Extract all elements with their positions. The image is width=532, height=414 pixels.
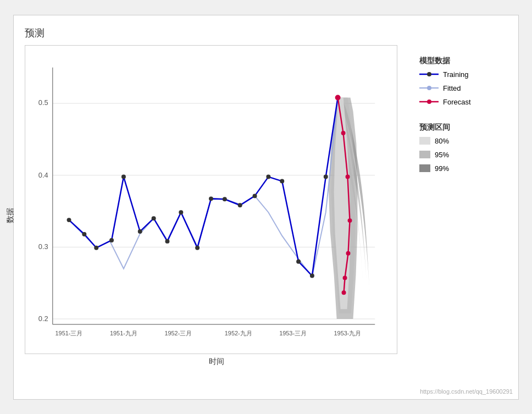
svg-point-31 — [238, 203, 242, 207]
legend-area: 模型数据 Training Fitted — [419, 45, 507, 386]
svg-point-29 — [209, 196, 213, 201]
svg-text:1952-九月: 1952-九月 — [225, 329, 252, 336]
svg-point-49 — [427, 86, 431, 90]
svg-text:1951-三月: 1951-三月 — [56, 329, 83, 336]
svg-point-51 — [427, 100, 431, 104]
svg-point-40 — [341, 131, 346, 135]
legend-forecast: Forecast — [419, 98, 507, 106]
legend-band95: 95% — [419, 151, 507, 159]
svg-point-35 — [296, 259, 301, 263]
svg-point-27 — [179, 210, 183, 214]
svg-point-43 — [346, 251, 351, 255]
svg-point-42 — [348, 218, 352, 223]
legend-forecast-label: Forecast — [443, 98, 471, 106]
svg-text:0.2: 0.2 — [38, 314, 48, 323]
svg-point-41 — [346, 174, 350, 179]
legend-band99: 99% — [419, 164, 507, 173]
svg-text:1953-九月: 1953-九月 — [334, 329, 362, 336]
svg-point-24 — [138, 229, 142, 234]
y-axis-label: 数据 — [5, 208, 15, 223]
svg-point-21 — [94, 245, 98, 250]
legend-section2-title: 预测区间 — [419, 123, 507, 133]
svg-point-25 — [152, 216, 156, 220]
svg-point-26 — [165, 239, 169, 243]
legend-section1-title: 模型数据 — [419, 56, 507, 66]
plot-container: 0.2 0.3 0.4 0.5 1951-三月 1951-九月 1952-三月 … — [25, 45, 397, 355]
svg-point-45 — [342, 290, 346, 295]
svg-text:0.3: 0.3 — [38, 242, 48, 250]
svg-point-39 — [335, 95, 341, 100]
svg-point-30 — [223, 197, 227, 201]
main-card: 预测 数据 0.2 0.3 0.4 0.5 — [13, 15, 519, 400]
band99-box — [419, 164, 430, 172]
legend-fitted-label: Fitted — [443, 84, 461, 92]
x-axis-label: 时间 — [25, 357, 408, 367]
svg-point-23 — [121, 174, 126, 179]
svg-point-33 — [266, 174, 270, 179]
svg-text:1951-九月: 1951-九月 — [110, 329, 137, 336]
chart-svg: 0.2 0.3 0.4 0.5 1951-三月 1951-九月 1952-三月 … — [25, 46, 397, 352]
svg-point-37 — [324, 174, 328, 179]
svg-point-28 — [195, 245, 199, 250]
legend-training: Training — [419, 70, 507, 79]
svg-text:1952-三月: 1952-三月 — [164, 329, 192, 336]
svg-point-22 — [109, 238, 114, 242]
legend-band99-label: 99% — [435, 164, 449, 173]
svg-text:0.4: 0.4 — [38, 170, 48, 179]
legend-band80-label: 80% — [435, 137, 449, 145]
legend-band80: 80% — [419, 137, 507, 145]
svg-point-36 — [310, 273, 314, 278]
legend-forecast-icon — [419, 98, 439, 105]
watermark: https://blog.csdn.net/qq_19600291 — [420, 388, 513, 395]
svg-point-20 — [82, 231, 86, 236]
chart-area: 数据 0.2 0.3 0.4 0.5 — [25, 45, 507, 386]
svg-point-44 — [343, 275, 347, 280]
legend-fitted-icon — [419, 85, 439, 91]
chart-title: 预测 — [25, 26, 507, 40]
legend-band95-label: 95% — [435, 151, 449, 159]
band80-box — [419, 137, 430, 145]
svg-point-47 — [427, 72, 431, 76]
svg-point-32 — [253, 194, 257, 198]
svg-text:0.5: 0.5 — [38, 98, 48, 107]
legend-fitted: Fitted — [419, 84, 507, 92]
svg-text:1953-三月: 1953-三月 — [279, 329, 307, 336]
svg-point-34 — [280, 179, 284, 183]
legend-training-icon — [419, 71, 439, 78]
svg-point-19 — [67, 218, 71, 222]
band95-box — [419, 151, 430, 158]
legend-training-label: Training — [443, 70, 468, 79]
